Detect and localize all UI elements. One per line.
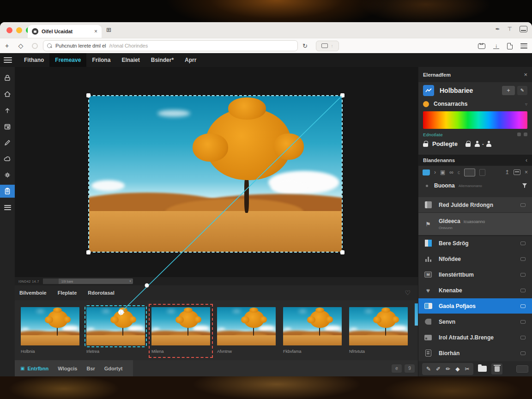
menu-item-4[interactable]: Bsinder* [145, 53, 179, 67]
close-window-button[interactable] [6, 27, 12, 33]
bottom-tab-2[interactable]: Bsr [86, 366, 95, 371]
reload-icon[interactable]: ↻ [302, 42, 308, 49]
browser-menu-icon[interactable] [520, 43, 527, 48]
filmstrip-tab-1[interactable]: Fleplate [58, 290, 77, 296]
edit-pen-button[interactable]: ✎ [517, 86, 527, 95]
thumbnail-4[interactable]: Fkbvfama [283, 307, 342, 354]
lock-tool-icon[interactable] [0, 72, 15, 85]
layer-toggle[interactable] [520, 257, 526, 261]
download-icon[interactable]: ↓ [493, 43, 499, 49]
layer-row-7[interactable]: Senvn [418, 314, 532, 329]
layer-toggle[interactable] [520, 320, 526, 324]
orange-swatch-icon[interactable] [423, 101, 429, 107]
person-remove-icon[interactable] [486, 141, 491, 147]
pen-tool-icon[interactable]: ✎ [426, 366, 431, 372]
c-icon[interactable]: c [458, 170, 460, 175]
brush-chip-icon[interactable] [423, 169, 430, 175]
layer-row-3[interactable]: Nfoñdee [418, 251, 532, 266]
selection-handle-top-left[interactable] [86, 93, 91, 97]
browser-tab[interactable]: Oifel Ucaidat × [28, 25, 102, 38]
thumbnail-3[interactable]: Afvntnw [217, 307, 276, 354]
layer-toggle[interactable] [520, 336, 526, 339]
arrow-icon[interactable]: › [434, 169, 436, 175]
thumbnail-1-selected[interactable]: Irletrea [86, 307, 145, 354]
swatch-caret-icon[interactable]: ▿ [525, 102, 527, 107]
filmstrip-tab-2[interactable]: Rdorotasal [88, 290, 114, 296]
window-icon[interactable] [520, 26, 527, 32]
list-menu-icon[interactable] [0, 201, 15, 214]
person-icon[interactable] [475, 141, 480, 147]
pencil-tool-icon[interactable]: ✐ [436, 366, 441, 372]
thumbnail-5[interactable]: Nfrtvtuta [349, 307, 408, 354]
layer-row-8[interactable]: Irol Atradut J.Brenge [418, 330, 532, 345]
close-panel-icon[interactable]: × [524, 71, 527, 78]
layer-toggle[interactable] [520, 289, 526, 292]
menu-item-3[interactable]: Elnaiet [116, 53, 145, 67]
minimize-window-button[interactable] [16, 27, 22, 33]
color-swatch-row[interactable]: Consarrachs ▿ [418, 98, 532, 109]
menu-item-2[interactable]: Frilona [86, 53, 116, 67]
filter-row[interactable]: Buoona Allemanonano [418, 179, 532, 193]
pen-icon[interactable]: ✒ [495, 26, 500, 32]
layer-row-1[interactable]: ⚑ Gldeeca Icuasoanno Onivunn [418, 213, 532, 235]
calendar-icon[interactable] [0, 120, 15, 133]
grid-button[interactable]: 9 [405, 364, 415, 373]
url-input[interactable]: Puhcnutn lerete dml el /r/onal Chorindes [43, 40, 298, 51]
layer-row-0[interactable]: Red Juldde Rrdongn [418, 197, 532, 212]
collapse-chevron-icon[interactable]: ‹ [526, 157, 527, 163]
menu-item-5[interactable]: Aprr [179, 53, 202, 67]
frame-icon-active[interactable] [464, 169, 475, 176]
page-controls[interactable]: ↑ [316, 41, 339, 51]
refresh-circle-icon[interactable] [32, 43, 38, 49]
cloud-icon[interactable] [0, 152, 15, 165]
panel-box-icon[interactable] [514, 169, 520, 175]
diamond-tool-icon[interactable]: ◆ [455, 366, 459, 372]
wallet-icon[interactable] [478, 43, 485, 49]
layer-row-6-selected[interactable]: Gaola Pofjaos [418, 298, 532, 314]
home-icon[interactable] [0, 88, 15, 101]
filmstrip-tab-0[interactable]: Bilvemboie [19, 290, 47, 296]
infinity-icon[interactable]: ∞ [449, 169, 453, 175]
rainbow-gradient-bar[interactable] [423, 111, 527, 129]
new-folder-icon[interactable] [478, 366, 487, 372]
tools-icon[interactable]: ⊤ [508, 26, 512, 32]
clipboard-tool-icon-active[interactable] [0, 185, 15, 198]
layer-row-2[interactable]: Bere Sdrög [418, 236, 532, 251]
layer-toggle[interactable] [520, 273, 526, 277]
grid-icon[interactable]: ▣ [440, 169, 445, 175]
thumbnail-partial[interactable] [415, 303, 418, 326]
app-menu-icon[interactable] [4, 57, 12, 63]
menu-item-0[interactable]: Fithano [18, 53, 49, 67]
bottom-tab-1[interactable]: Wlogcis [58, 366, 77, 371]
scissors-tool-icon[interactable]: ✂ [465, 366, 469, 372]
gradient-option-icon-2[interactable] [524, 133, 527, 136]
selection-handle-bottom-left[interactable] [86, 250, 91, 254]
layer-row-9[interactable]: Biorhán [418, 345, 532, 361]
lock-icon[interactable] [466, 141, 471, 147]
cursor-up-icon[interactable] [0, 104, 15, 117]
bottom-tab-0-active[interactable]: ▣ Entrfbnn [20, 366, 48, 371]
layer-toggle[interactable] [520, 304, 526, 308]
clear-icon[interactable]: × [525, 169, 528, 175]
delete-button[interactable] [491, 363, 502, 375]
copy-page-icon[interactable] [507, 43, 513, 49]
tab-close-icon[interactable]: × [94, 28, 97, 35]
thumbnail-0[interactable]: Holbnia [21, 307, 79, 354]
canvas[interactable] [15, 67, 418, 277]
thumbnail-2-marked[interactable]: Milena [151, 307, 210, 354]
add-button[interactable]: + [0, 42, 14, 49]
menu-item-1-active[interactable]: Fremeave [49, 53, 86, 67]
ghost-frame-icon[interactable] [479, 169, 485, 176]
gear-icon[interactable] [0, 169, 15, 181]
layer-toggle[interactable] [520, 203, 526, 207]
selection-handle-bottom-right[interactable] [340, 250, 345, 254]
bottom-tab-3[interactable]: Gdortyt [104, 366, 123, 371]
selection-handle-top-right[interactable] [340, 93, 345, 97]
globe-button[interactable]: e [392, 364, 402, 373]
layer-toggle[interactable] [520, 351, 526, 355]
zoom-dropdown[interactable]: 10t bare ▾ [43, 278, 133, 284]
funnel-icon[interactable] [522, 183, 527, 188]
layer-row-4[interactable]: M Ilenstérttbum [418, 267, 532, 282]
heart-icon[interactable]: ♡ [405, 289, 411, 296]
gradient-option-icon-1[interactable] [517, 133, 521, 136]
